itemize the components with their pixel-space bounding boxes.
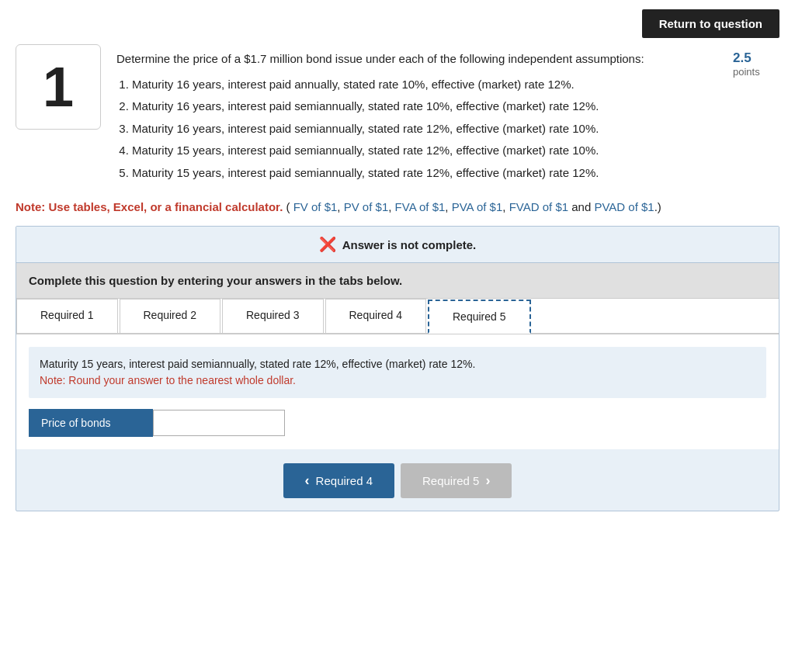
- tab-required-1[interactable]: Required 1: [16, 299, 118, 333]
- tab-content-required5: Maturity 15 years, interest paid semiann…: [16, 334, 779, 449]
- error-icon: ❌: [319, 236, 336, 253]
- note-section: Note: Use tables, Excel, or a financial …: [16, 200, 779, 213]
- question-number: 1: [43, 55, 74, 119]
- prev-button[interactable]: Required 4: [283, 463, 394, 498]
- points-block: 2.5 points: [733, 44, 779, 186]
- input-row: Price of bonds: [29, 409, 766, 437]
- points-value: 2.5: [733, 50, 752, 66]
- tab-description: Maturity 15 years, interest paid semiann…: [29, 347, 766, 398]
- fv-link[interactable]: FV of $1: [293, 200, 338, 213]
- tab-required-3[interactable]: Required 3: [222, 299, 324, 333]
- pv-link[interactable]: PV of $1: [344, 200, 389, 213]
- question-list: Maturity 16 years, interest paid annuall…: [132, 76, 720, 182]
- complete-instruction: Complete this question by entering your …: [16, 263, 779, 299]
- next-button-label: Required 5: [422, 474, 479, 487]
- fva-link[interactable]: FVA of $1: [395, 200, 446, 213]
- tab-required-4[interactable]: Required 4: [325, 299, 427, 333]
- chevron-left-icon: [305, 473, 310, 489]
- price-of-bonds-input[interactable]: [153, 410, 285, 436]
- question-intro: Determine the price of a $1.7 million bo…: [116, 50, 720, 68]
- answer-status-text: Answer is not complete.: [342, 238, 477, 251]
- round-note: Note: Round your answer to the nearest w…: [40, 374, 296, 386]
- note-paren-open: (: [286, 200, 290, 213]
- fvad-link[interactable]: FVAD of $1: [509, 200, 568, 213]
- question-text: Determine the price of a $1.7 million bo…: [116, 44, 720, 186]
- input-label: Price of bonds: [29, 409, 153, 437]
- tabs-row: Required 1 Required 2 Required 3 Require…: [16, 299, 779, 334]
- question-number-box: 1: [16, 44, 101, 130]
- pvad-link[interactable]: PVAD of $1: [594, 200, 654, 213]
- points-label: points: [733, 66, 760, 78]
- list-item: Maturity 16 years, interest paid semiann…: [132, 120, 720, 138]
- chevron-right-icon: [485, 473, 490, 489]
- answer-status-bar: ❌ Answer is not complete.: [16, 227, 779, 263]
- list-item: Maturity 16 years, interest paid annuall…: [132, 76, 720, 94]
- answer-box: ❌ Answer is not complete. Complete this …: [16, 226, 779, 511]
- nav-buttons: Required 4 Required 5: [16, 463, 779, 511]
- note-and: and: [571, 200, 594, 213]
- tab-required-2[interactable]: Required 2: [120, 299, 221, 333]
- list-item: Maturity 16 years, interest paid semiann…: [132, 98, 720, 116]
- next-button[interactable]: Required 5: [401, 463, 512, 498]
- note-paren-close: .): [654, 200, 661, 213]
- return-to-question-button[interactable]: Return to question: [642, 9, 779, 38]
- tab-description-text: Maturity 15 years, interest paid semiann…: [40, 358, 475, 370]
- note-bold-text: Note: Use tables, Excel, or a financial …: [16, 200, 283, 213]
- prev-button-label: Required 4: [316, 474, 373, 487]
- list-item: Maturity 15 years, interest paid semiann…: [132, 165, 720, 182]
- list-item: Maturity 15 years, interest paid semiann…: [132, 142, 720, 160]
- pva-link[interactable]: PVA of $1: [452, 200, 503, 213]
- tab-required-5[interactable]: Required 5: [428, 300, 531, 334]
